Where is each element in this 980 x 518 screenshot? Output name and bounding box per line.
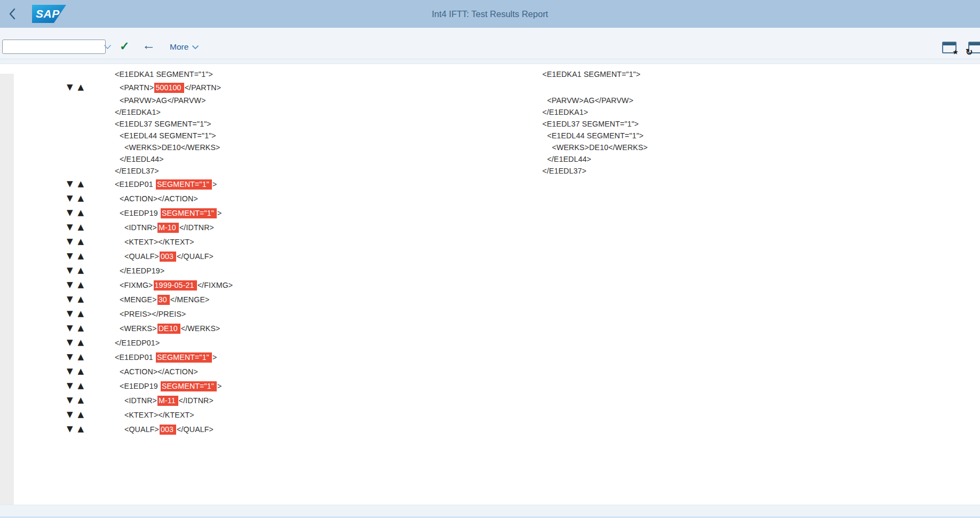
move-up-icon[interactable]: ▲ — [78, 339, 84, 347]
xml-line-left: <KTEXT></KTEXT> — [115, 238, 542, 246]
xml-diff-row: ▼▲<KTEXT></KTEXT> — [0, 407, 980, 422]
xml-line-left: <PARTN>500100</PARTN> — [115, 83, 542, 92]
move-up-icon[interactable]: ▲ — [78, 367, 84, 375]
xml-line-left: <PARVW>AG</PARVW> — [115, 96, 542, 105]
xml-diff-row: ▼▲<QUALF>003</QUALF> — [0, 422, 980, 436]
xml-line-right: </E1EDL37> — [542, 167, 980, 175]
row-controls: ▼▲ — [0, 310, 115, 318]
create-shortcut-window-icon[interactable]: ★ — [942, 42, 957, 53]
move-down-icon[interactable]: ▼ — [67, 83, 73, 91]
xml-diff-row: <E1EDL37 SEGMENT="1"><E1EDL37 SEGMENT="1… — [0, 118, 980, 130]
row-controls: ▼▲ — [0, 324, 115, 332]
row-controls: ▼▲ — [0, 367, 115, 375]
row-controls: ▼▲ — [0, 396, 115, 404]
move-down-icon[interactable]: ▼ — [67, 194, 73, 202]
move-up-icon[interactable]: ▲ — [78, 194, 84, 202]
xml-diff-row: ▼▲<E1EDP19 SEGMENT="1"> — [0, 379, 980, 393]
xml-line-right: </E1EDL44> — [542, 155, 980, 163]
xml-text: <E1EDL37 SEGMENT="1"> — [115, 120, 211, 128]
row-controls: ▼▲ — [0, 223, 115, 231]
confirm-check-icon[interactable]: ✓ — [120, 41, 129, 52]
row-controls: ▼▲ — [0, 252, 115, 260]
xml-diff-row: </E1EDL37></E1EDL37> — [0, 165, 980, 177]
xml-text: <PARVW>AG</PARVW> — [120, 96, 206, 105]
row-controls: ▼▲ — [0, 194, 115, 202]
xml-line-left: <E1EDP01 SEGMENT="1"> — [115, 180, 542, 189]
move-up-icon[interactable]: ▲ — [78, 238, 84, 246]
move-down-icon[interactable]: ▼ — [67, 425, 73, 433]
xml-text: </FIXMG> — [197, 281, 233, 289]
move-up-icon[interactable]: ▲ — [78, 252, 84, 260]
xml-line-left: <ACTION></ACTION> — [115, 367, 542, 376]
new-session-window-icon[interactable]: ↻ — [968, 42, 980, 53]
back-arrow-icon[interactable]: ← — [142, 38, 155, 52]
xml-text: > — [212, 180, 217, 189]
move-up-icon[interactable]: ▲ — [78, 425, 84, 433]
xml-text: <QUALF> — [124, 252, 159, 261]
move-down-icon[interactable]: ▼ — [67, 252, 73, 260]
xml-text: <E1EDKA1 SEGMENT="1"> — [115, 70, 213, 79]
xml-text: </E1EDP01> — [115, 339, 160, 347]
row-controls: ▼▲ — [0, 238, 115, 246]
move-up-icon[interactable]: ▲ — [78, 281, 84, 289]
move-down-icon[interactable]: ▼ — [67, 295, 73, 303]
xml-line-left: <E1EDP19 SEGMENT="1"> — [115, 382, 542, 390]
sap-logo-text: SAP — [36, 7, 60, 20]
move-up-icon[interactable]: ▲ — [78, 266, 84, 274]
page-title: Int4 IFTT: Test Results Report — [0, 0, 980, 28]
move-down-icon[interactable]: ▼ — [67, 223, 73, 231]
move-down-icon[interactable]: ▼ — [67, 324, 73, 332]
move-down-icon[interactable]: ▼ — [67, 411, 73, 419]
move-down-icon[interactable]: ▼ — [67, 396, 73, 404]
move-up-icon[interactable]: ▲ — [78, 382, 84, 390]
move-down-icon[interactable]: ▼ — [67, 382, 73, 390]
move-up-icon[interactable]: ▲ — [78, 310, 84, 318]
move-up-icon[interactable]: ▲ — [78, 223, 84, 231]
xml-diff-row: </E1EDL44></E1EDL44> — [0, 153, 980, 165]
xml-text: <PARVW>AG</PARVW> — [547, 96, 634, 105]
xml-diff-row: ▼▲<QUALF>003</QUALF> — [0, 249, 980, 263]
xml-text: </IDTNR> — [179, 396, 214, 405]
row-controls: ▼▲ — [0, 382, 115, 390]
xml-line-right: <WERKS>DE10</WERKS> — [542, 143, 980, 152]
move-down-icon[interactable]: ▼ — [67, 209, 73, 217]
shell-header: Int4 IFTT: Test Results Report SAP — [0, 0, 980, 28]
xml-diff-row: ▼▲<PREIS></PREIS> — [0, 307, 980, 321]
command-input[interactable] — [3, 40, 104, 53]
command-dropdown-chevron-icon[interactable] — [104, 44, 112, 50]
move-down-icon[interactable]: ▼ — [67, 310, 73, 318]
xml-line-right: </E1EDKA1> — [542, 108, 980, 116]
xml-diff-row: ▼▲<E1EDP01 SEGMENT="1"> — [0, 350, 980, 364]
move-down-icon[interactable]: ▼ — [67, 367, 73, 375]
xml-line-left: <IDTNR>M-10</IDTNR> — [115, 223, 542, 232]
row-controls: ▼▲ — [0, 353, 115, 361]
move-down-icon[interactable]: ▼ — [67, 339, 73, 347]
move-up-icon[interactable]: ▲ — [78, 324, 84, 332]
xml-text: </WERKS> — [181, 324, 220, 333]
refresh-icon: ↻ — [966, 48, 973, 57]
command-field — [2, 40, 106, 54]
move-up-icon[interactable]: ▲ — [78, 180, 84, 188]
xml-line-right: <PARVW>AG</PARVW> — [542, 96, 980, 105]
xml-diff-row: <E1EDL44 SEGMENT="1"><E1EDL44 SEGMENT="1… — [0, 130, 980, 142]
xml-diff-row: ▼▲<ACTION></ACTION> — [0, 191, 980, 206]
move-up-icon[interactable]: ▲ — [78, 353, 84, 361]
xml-text: <ACTION></ACTION> — [120, 194, 198, 203]
more-menu-button[interactable]: More — [170, 42, 199, 52]
move-down-icon[interactable]: ▼ — [67, 266, 73, 274]
move-up-icon[interactable]: ▲ — [78, 209, 84, 217]
move-down-icon[interactable]: ▼ — [67, 238, 73, 246]
star-icon: ★ — [952, 49, 959, 56]
move-down-icon[interactable]: ▼ — [67, 180, 73, 188]
xml-diff-grid: <E1EDKA1 SEGMENT="1"><E1EDKA1 SEGMENT="1… — [0, 68, 980, 436]
move-down-icon[interactable]: ▼ — [67, 353, 73, 361]
move-up-icon[interactable]: ▲ — [78, 295, 84, 303]
move-up-icon[interactable]: ▲ — [78, 411, 84, 419]
move-up-icon[interactable]: ▲ — [78, 83, 84, 91]
move-down-icon[interactable]: ▼ — [67, 281, 73, 289]
toolbar-subband — [0, 59, 980, 64]
move-up-icon[interactable]: ▲ — [78, 396, 84, 404]
xml-text: <E1EDP19 — [120, 209, 160, 217]
xml-diff-row: ▼▲<ACTION></ACTION> — [0, 364, 980, 379]
xml-diff-row: ▼▲</E1EDP01> — [0, 335, 980, 350]
